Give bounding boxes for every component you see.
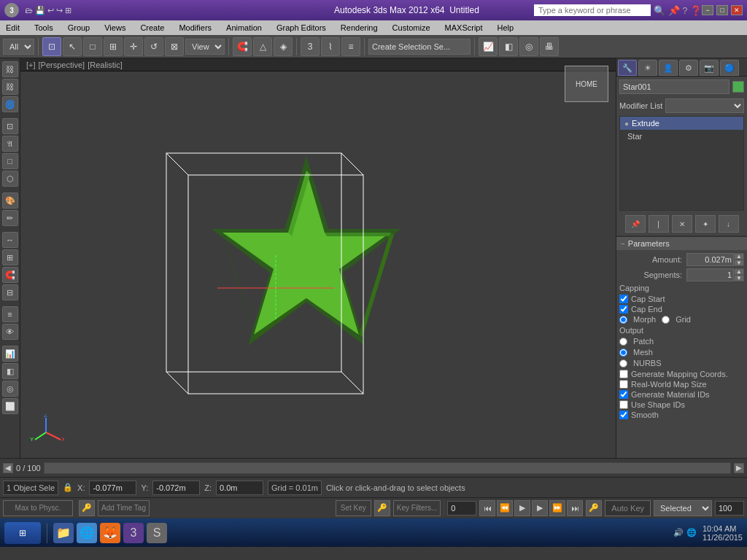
start-button[interactable]: ⊞ <box>4 522 41 544</box>
maximize-button[interactable]: □ <box>716 5 728 15</box>
morph-radio[interactable] <box>619 316 627 324</box>
mirror-button[interactable]: 3 <box>301 37 320 56</box>
segments-input[interactable] <box>686 268 734 281</box>
search-input[interactable] <box>534 4 651 16</box>
taskbar-chrome[interactable]: 🌐 <box>77 523 97 543</box>
percent-snap[interactable]: ◈ <box>274 37 293 56</box>
select-filter[interactable]: All <box>3 39 34 55</box>
patch-radio[interactable] <box>619 338 627 346</box>
snap-toggle[interactable]: 🧲 <box>233 37 252 56</box>
layer-tool[interactable]: ≡ <box>2 306 18 322</box>
layer-manager[interactable]: ≡ <box>341 37 360 56</box>
mirror-tool[interactable]: ↔ <box>2 232 18 248</box>
tab-modify[interactable]: 🔧 <box>618 60 637 76</box>
rotate-button[interactable]: ↺ <box>144 37 163 56</box>
tab-hierarchy[interactable]: 👤 <box>659 60 678 76</box>
amount-input[interactable] <box>686 253 734 266</box>
schematic-view-lt[interactable]: ◧ <box>2 363 18 379</box>
menu-create[interactable]: Create <box>137 23 167 32</box>
object-color-swatch[interactable] <box>732 81 744 93</box>
track-view[interactable]: 📊 <box>2 346 18 362</box>
menu-graph-editors[interactable]: Graph Editors <box>274 23 329 32</box>
parameters-header[interactable]: − Parameters <box>616 237 747 250</box>
select-by-name[interactable]: 𝔄 <box>2 136 18 152</box>
render-lt[interactable]: ⬜ <box>2 398 18 414</box>
grid-radio[interactable] <box>662 316 670 324</box>
play-btn[interactable]: ▶ <box>514 500 530 516</box>
material-editor[interactable]: ◎ <box>519 37 538 56</box>
tab-display[interactable]: 📷 <box>700 60 719 76</box>
set-key-btn[interactable]: Set Key <box>336 500 371 516</box>
schematic-view[interactable]: ◧ <box>499 37 518 56</box>
link-button[interactable]: ⛓ <box>2 61 18 77</box>
timeline-prev[interactable]: ◀ <box>3 463 13 473</box>
menu-edit[interactable]: Edit <box>3 23 23 32</box>
viewport-perspective[interactable]: [Perspective] <box>39 61 85 69</box>
tab-create[interactable]: ☀ <box>638 60 657 76</box>
object-name-input[interactable] <box>619 79 729 94</box>
goto-end-btn[interactable]: ⏭ <box>567 500 583 516</box>
menu-modifiers[interactable]: Modifiers <box>176 23 214 32</box>
bind-space-warp[interactable]: 🌀 <box>2 96 18 112</box>
fence-select[interactable]: ⬡ <box>2 171 18 187</box>
pick-color[interactable]: 🎨 <box>2 192 18 209</box>
select-move-button[interactable]: ↖ <box>63 37 82 56</box>
select-region-button[interactable]: □ <box>83 37 102 56</box>
configure-modifier-btn[interactable]: ↓ <box>719 215 739 233</box>
rect-select[interactable]: □ <box>2 153 18 169</box>
segments-down[interactable]: ▼ <box>734 275 744 281</box>
x-coord-input[interactable] <box>89 481 136 495</box>
mesh-radio[interactable] <box>619 349 627 357</box>
select-object-button[interactable]: ⊡ <box>42 37 61 56</box>
menu-customize[interactable]: Customize <box>390 23 433 32</box>
modifier-star[interactable]: Star <box>620 130 743 143</box>
y-coord-input[interactable] <box>152 481 200 495</box>
next-frame-btn[interactable]: ⏩ <box>549 500 565 516</box>
scale-button[interactable]: ⊠ <box>165 37 184 56</box>
frame-count-input[interactable] <box>715 501 744 516</box>
frame-input[interactable] <box>447 501 476 516</box>
prev-frame-btn[interactable]: ⏪ <box>497 500 513 516</box>
gen-matid-checkbox[interactable] <box>619 390 628 399</box>
speaker-icon[interactable]: 🔊 <box>673 528 684 537</box>
menu-views[interactable]: Views <box>101 23 128 32</box>
nav-cube[interactable]: HOME <box>565 66 608 102</box>
close-button[interactable]: ✕ <box>731 5 743 15</box>
array-tool[interactable]: ⊞ <box>2 249 18 265</box>
display-floater[interactable]: 👁 <box>2 324 18 340</box>
amount-down[interactable]: ▼ <box>734 260 744 266</box>
snap-tool[interactable]: 🧲 <box>2 267 18 283</box>
menu-rendering[interactable]: Rendering <box>338 23 381 32</box>
autokey-button[interactable]: Auto Key <box>605 500 651 516</box>
nurbs-radio[interactable] <box>619 359 627 368</box>
taskbar-explorer[interactable]: 📁 <box>53 523 74 543</box>
add-time-tag-btn[interactable]: Add Time Tag <box>98 500 150 516</box>
tab-utilities[interactable]: 🔵 <box>720 60 739 76</box>
modifier-list-dropdown[interactable] <box>665 98 744 113</box>
viewport-plus[interactable]: [+] <box>26 61 36 69</box>
network-icon[interactable]: 🌐 <box>686 528 697 537</box>
realworld-checkbox[interactable] <box>619 380 628 389</box>
graph-editor-button[interactable]: 📈 <box>479 37 498 56</box>
unlink-button[interactable]: ⛓ <box>2 79 18 95</box>
toggle-anim-mode[interactable]: 🔑 <box>586 500 602 516</box>
menu-group[interactable]: Group <box>65 23 93 32</box>
menu-tools[interactable]: Tools <box>31 23 56 32</box>
timeline-track[interactable] <box>44 462 731 474</box>
timeline-next[interactable]: ▶ <box>734 463 744 473</box>
show-end-result-btn[interactable]: | <box>649 215 669 233</box>
use-shapeid-checkbox[interactable] <box>619 400 628 409</box>
selection-set-input[interactable] <box>368 39 471 55</box>
cap-start-checkbox[interactable] <box>619 295 628 303</box>
goto-start-btn[interactable]: ⏮ <box>479 500 495 516</box>
mat-editor-lt[interactable]: ◎ <box>2 381 18 397</box>
key-filters-btn[interactable]: Key Filters... <box>393 500 441 516</box>
menu-maxscript[interactable]: MAXScript <box>442 23 486 32</box>
menu-animation[interactable]: Animation <box>223 23 265 32</box>
minimize-button[interactable]: − <box>702 5 713 15</box>
edit-named-sel[interactable]: ✏ <box>2 210 18 226</box>
viewport[interactable]: [+] [Perspective] [Realistic] <box>20 58 616 458</box>
select-filter-btn[interactable]: ⊡ <box>2 118 18 134</box>
angle-snap[interactable]: △ <box>253 37 272 56</box>
remove-modifier-btn[interactable]: ✦ <box>695 215 716 233</box>
